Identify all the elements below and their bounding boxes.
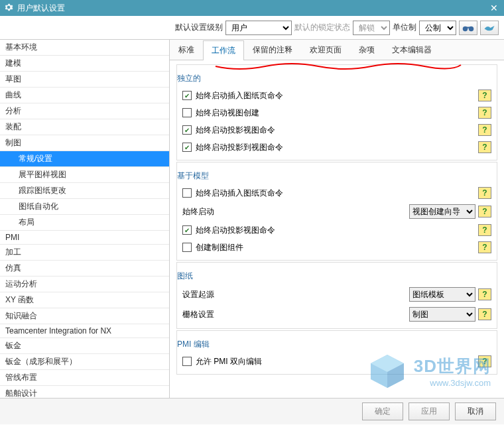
setting-row: 栅格设置制图? [177,304,497,324]
tree-item[interactable]: 知识融合 [0,308,169,324]
setting-select[interactable]: 视图创建向导 [409,204,475,219]
checkbox[interactable]: ✔ [182,125,192,135]
nav-tree[interactable]: 基本环境建模草图曲线分析装配制图常规/设置展平图样视图跟踪图纸更改图纸自动化布局… [0,40,170,398]
setting-row: 始终启动视图创建向导? [177,202,497,221]
checkbox[interactable]: ✔ [182,143,192,152]
tree-item[interactable]: 管线布置 [0,370,169,386]
tree-item[interactable]: 加工 [0,245,169,261]
bird-icon[interactable] [480,21,499,35]
tab[interactable]: 保留的注释 [244,40,301,60]
setting-label: 允许 PMI 双向编辑 [196,356,262,367]
window-title: 用户默认设置 [17,3,65,14]
checkbox[interactable]: ✔ [182,225,192,235]
lock-select[interactable]: 解锁 [353,21,390,35]
checkbox[interactable] [182,188,192,198]
help-icon[interactable]: ? [478,107,491,119]
tab[interactable]: 欢迎页面 [301,40,350,60]
unit-label: 单位制 [393,22,416,33]
setting-select[interactable]: 制图 [409,307,475,322]
tree-item[interactable]: 运动分析 [0,277,169,292]
tab[interactable]: 工作流 [203,40,244,60]
help-icon[interactable]: ? [478,355,491,367]
setting-row: 允许 PMI 双向编辑? [177,353,497,370]
tree-item[interactable]: 装配 [0,119,169,135]
setting-row: 创建制图组件? [177,239,497,256]
tree-item[interactable]: 钣金 [0,338,169,354]
help-icon[interactable]: ? [478,206,491,217]
setting-label: 设置起源 [182,289,214,300]
setting-label: 始终启动投影视图命令 [196,125,275,136]
apply-button[interactable]: 应用 [409,402,450,420]
tab[interactable]: 标准 [170,40,203,60]
help-icon[interactable]: ? [478,241,491,253]
group-title: 基于模型 [177,168,497,184]
tree-item[interactable]: 仿真 [0,261,169,277]
checkbox[interactable] [182,108,192,117]
help-icon[interactable]: ? [478,141,491,153]
tree-item[interactable]: 基本环境 [0,40,169,56]
tree-item[interactable]: XY 函数 [0,292,169,308]
tree-item[interactable]: PMI [0,231,169,245]
cancel-button[interactable]: 取消 [455,402,496,420]
setting-select[interactable]: 图纸模板 [409,287,475,302]
setting-row: 始终启动插入图纸页命令? [177,184,497,202]
help-icon[interactable]: ? [478,187,491,199]
setting-label: 栅格设置 [182,309,214,320]
lock-label: 默认的锁定状态 [294,22,350,33]
setting-row: ✔始终启动投影视图命令? [177,221,497,239]
settings-panel: 独立的✔始终启动插入图纸页命令?始终启动视图创建?✔始终启动投影视图命令?✔始终… [170,60,504,398]
tab[interactable]: 文本编辑器 [383,40,440,60]
close-icon[interactable]: ✕ [488,3,500,13]
gear-icon [4,3,13,14]
setting-label: 始终启动投影到视图命令 [196,142,283,153]
tree-item[interactable]: 制图 [0,135,169,151]
tree-item[interactable]: 船舶设计 [0,386,169,398]
tree-item[interactable]: 曲线 [0,88,169,103]
checkbox[interactable]: ✔ [182,91,192,100]
setting-label: 创建制图组件 [196,242,243,253]
setting-row: ✔始终启动插入图纸页命令? [177,87,497,104]
setting-label: 始终启动投影视图命令 [196,225,275,236]
level-select[interactable]: 用户 [225,21,292,35]
tab[interactable]: 杂项 [350,40,383,60]
tree-item[interactable]: 草图 [0,72,169,88]
setting-label: 始终启动插入图纸页命令 [196,188,283,199]
checkbox[interactable] [182,357,192,366]
tab-bar: 标准工作流保留的注释欢迎页面杂项文本编辑器 [170,40,504,60]
checkbox[interactable] [182,243,192,252]
help-icon[interactable]: ? [478,124,491,136]
group-title: PMI 编辑 [177,336,497,353]
unit-select[interactable]: 公制 [419,21,456,35]
help-icon[interactable]: ? [478,288,491,300]
setting-label: 始终启动插入图纸页命令 [196,90,283,101]
tree-item[interactable]: 展平图样视图 [0,167,169,183]
tree-item[interactable]: 建模 [0,56,169,72]
help-icon[interactable]: ? [478,90,491,101]
help-icon[interactable]: ? [478,308,491,320]
tree-item[interactable]: 跟踪图纸更改 [0,183,169,199]
tree-item[interactable]: 常规/设置 [0,151,169,167]
toolbar: 默认设置级别 用户 默认的锁定状态 解锁 单位制 公制 [0,16,504,40]
ok-button[interactable]: 确定 [362,402,403,420]
tree-item[interactable]: 钣金（成形和展平） [0,354,169,370]
tree-item[interactable]: 分析 [0,103,169,119]
setting-row: 设置起源图纸模板? [177,284,497,304]
binoculars-icon[interactable] [459,21,477,35]
setting-row: ✔始终启动投影到视图命令? [177,139,497,156]
setting-label: 始终启动 [182,206,214,217]
group-title: 独立的 [177,70,497,87]
tree-item[interactable]: 布局 [0,215,169,231]
setting-row: ✔始终启动投影视图命令? [177,121,497,139]
tree-item[interactable]: Teamcenter Integration for NX [0,324,169,338]
group-title: 图纸 [177,268,497,284]
level-label: 默认设置级别 [175,22,223,33]
help-icon[interactable]: ? [478,224,491,236]
titlebar: 用户默认设置 ✕ [0,0,504,16]
footer: 确定 应用 取消 [0,398,504,424]
svg-rect-2 [466,27,470,28]
tree-item[interactable]: 图纸自动化 [0,199,169,215]
setting-label: 始终启动视图创建 [196,107,259,119]
setting-row: 始终启动视图创建? [177,104,497,121]
